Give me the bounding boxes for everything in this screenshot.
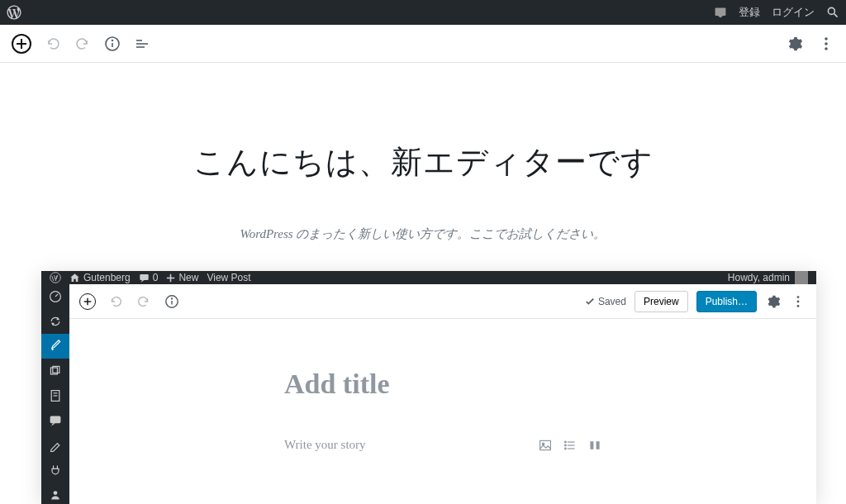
info-icon[interactable]	[104, 36, 121, 52]
notification-icon[interactable]	[714, 6, 727, 19]
hero-subtitle: WordPress のまったく新しい使い方です。ここでお試しください。	[0, 226, 846, 242]
avatar-icon[interactable]	[795, 271, 808, 284]
nested-editor-canvas[interactable]: Add title Write your story	[69, 319, 816, 452]
nested-sidebar	[41, 284, 69, 504]
nested-info-icon[interactable]	[164, 293, 180, 310]
sidebar-media-icon[interactable]	[41, 359, 69, 383]
svg-point-40	[565, 445, 567, 446]
wordpress-logo-icon[interactable]	[7, 5, 21, 20]
saved-label: Saved	[598, 296, 626, 307]
svg-point-11	[825, 37, 828, 40]
insert-list-icon[interactable]	[563, 439, 577, 452]
svg-point-41	[565, 448, 567, 449]
hero-section: こんにちは、新エディターです WordPress のまったく新しい使い方です。こ…	[0, 63, 846, 242]
sidebar-updates-icon[interactable]	[41, 309, 69, 334]
nested-admin-bar: Gutenberg 0 New View Post Howdy, admin	[41, 271, 816, 284]
nested-howdy[interactable]: Howdy, admin	[728, 272, 790, 283]
story-placeholder[interactable]: Write your story	[284, 438, 366, 452]
nested-new-link[interactable]: New	[166, 272, 198, 283]
svg-point-32	[797, 300, 800, 302]
svg-rect-24	[50, 416, 61, 423]
publish-button[interactable]: Publish…	[696, 291, 757, 312]
sidebar-dashboard-icon[interactable]	[41, 284, 69, 309]
nested-undo-icon[interactable]	[107, 293, 124, 310]
more-menu-icon[interactable]	[818, 36, 834, 52]
search-icon[interactable]	[826, 6, 839, 19]
nested-site-link[interactable]: Gutenberg	[69, 272, 131, 283]
nested-site-name: Gutenberg	[83, 272, 131, 283]
nested-view-post-link[interactable]: View Post	[207, 272, 250, 283]
svg-rect-34	[540, 440, 551, 449]
nested-comments-link[interactable]: 0	[139, 272, 159, 283]
wp-admin-bar: 登録 ログイン	[0, 0, 846, 25]
nested-editor-toolbar: Saved Preview Publish…	[69, 284, 816, 319]
sidebar-users-icon[interactable]	[41, 483, 69, 504]
sidebar-pages-icon[interactable]	[41, 383, 69, 408]
saved-status: Saved	[585, 296, 626, 307]
settings-gear-icon[interactable]	[787, 36, 803, 52]
nested-new-label: New	[178, 272, 198, 283]
redo-icon[interactable]	[74, 36, 91, 52]
svg-point-39	[565, 441, 567, 443]
sidebar-comments-icon[interactable]	[41, 408, 69, 433]
nested-add-block-button[interactable]	[79, 293, 96, 310]
svg-rect-0	[715, 7, 726, 16]
svg-point-30	[172, 297, 173, 298]
svg-point-25	[54, 491, 58, 495]
title-placeholder[interactable]: Add title	[284, 368, 601, 400]
svg-point-1	[828, 7, 834, 14]
content-structure-icon[interactable]	[134, 36, 150, 52]
svg-rect-43	[596, 441, 600, 449]
sidebar-appearance-icon[interactable]	[41, 433, 69, 458]
svg-point-31	[797, 296, 800, 298]
svg-point-14	[50, 273, 61, 283]
insert-image-icon[interactable]	[539, 439, 552, 452]
svg-rect-42	[590, 441, 593, 449]
nested-redo-icon[interactable]	[135, 293, 152, 310]
undo-icon[interactable]	[45, 36, 61, 52]
hero-title: こんにちは、新エディターです	[0, 141, 846, 183]
sidebar-posts-icon[interactable]	[41, 334, 69, 359]
svg-point-13	[825, 47, 828, 50]
svg-rect-15	[140, 273, 148, 279]
svg-point-12	[825, 42, 828, 45]
preview-button[interactable]: Preview	[634, 291, 688, 312]
svg-point-7	[112, 40, 113, 40]
register-link[interactable]: 登録	[739, 5, 760, 20]
nested-editor-preview: Gutenberg 0 New View Post Howdy, admin	[41, 271, 816, 504]
nested-comments-count: 0	[153, 272, 159, 283]
sidebar-plugins-icon[interactable]	[41, 458, 69, 483]
editor-toolbar	[0, 25, 846, 63]
svg-line-2	[834, 14, 838, 17]
nested-more-menu-icon[interactable]	[790, 293, 806, 310]
nested-settings-gear-icon[interactable]	[765, 293, 782, 310]
wordpress-logo-icon[interactable]	[50, 272, 61, 283]
login-link[interactable]: ログイン	[772, 5, 815, 20]
add-block-button[interactable]	[12, 34, 31, 54]
insert-columns-icon[interactable]	[588, 439, 601, 452]
svg-point-33	[797, 304, 800, 307]
